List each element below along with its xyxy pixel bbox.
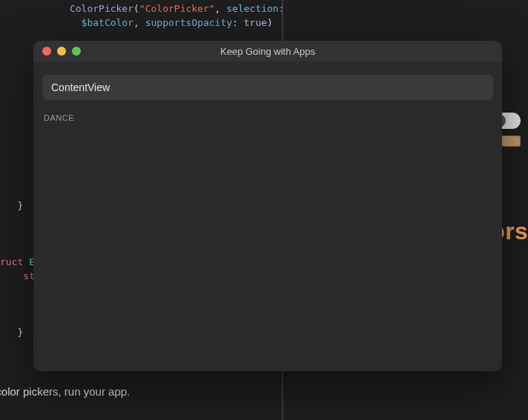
code-string: "ColorPicker" <box>139 3 215 14</box>
dialog-title: Keep Going with Apps <box>33 46 502 57</box>
code-fn: ColorPicker <box>70 3 133 14</box>
dialog-body: DANCE <box>33 61 502 371</box>
section-header: DANCE <box>42 113 493 122</box>
search-input[interactable] <box>42 75 493 100</box>
color-swatch[interactable] <box>501 136 521 147</box>
quick-open-dialog: Keep Going with Apps DANCE <box>33 41 502 371</box>
instruction-text: t color pickers, run your app. <box>0 385 130 398</box>
dialog-titlebar[interactable]: Keep Going with Apps <box>33 41 502 61</box>
